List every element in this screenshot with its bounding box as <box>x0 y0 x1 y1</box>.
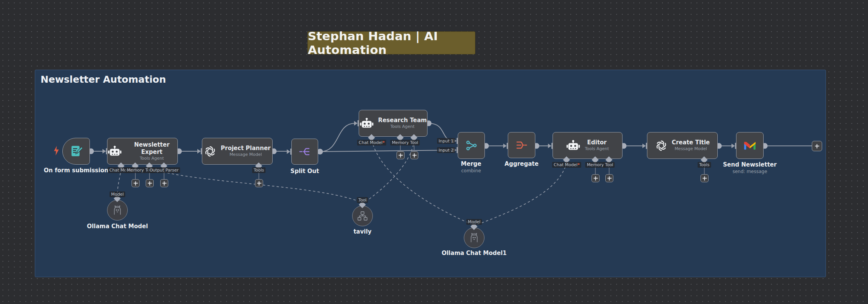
node-ollama-chat-model[interactable] <box>107 200 128 221</box>
node-label: Send Newsletter <box>723 161 777 168</box>
plus-icon <box>133 181 138 185</box>
node-sublabel: send: message <box>733 169 767 174</box>
node-project-planner[interactable]: Project Planner Message Model <box>202 138 273 165</box>
add-node-button[interactable] <box>592 174 600 182</box>
node-title: Newsletter Expert <box>126 141 177 156</box>
node-label: Merge <box>461 160 481 167</box>
node-label: Ollama Chat Model <box>87 223 148 230</box>
port-label: Memory <box>585 162 606 168</box>
port-label: Tools <box>697 162 711 168</box>
port-label: Output Parser <box>148 167 180 173</box>
dashed-connections <box>117 140 567 225</box>
port-label: Tool <box>603 162 614 168</box>
add-node-button[interactable] <box>146 179 154 187</box>
merge-input-label: Input 2 <box>437 147 455 153</box>
port-label: Memory <box>390 140 411 145</box>
llama-icon <box>112 205 122 216</box>
merge-icon <box>465 139 478 152</box>
node-merge[interactable] <box>458 132 485 159</box>
llama-icon <box>469 232 479 243</box>
form-submission-icon <box>70 145 83 158</box>
plus-icon <box>412 153 416 157</box>
node-subtitle: Tools Agent <box>585 146 609 152</box>
node-split-out[interactable] <box>291 139 318 165</box>
required-marker: * <box>577 162 580 167</box>
node-on-form-submission[interactable] <box>62 138 90 165</box>
plus-icon <box>607 176 611 180</box>
node-editor[interactable]: Editor Tools Agent <box>553 132 623 159</box>
node-tavily[interactable] <box>352 206 373 226</box>
node-aggregate[interactable] <box>508 132 535 158</box>
add-node-button[interactable] <box>255 179 263 187</box>
add-node-button[interactable] <box>132 179 140 187</box>
required-marker: * <box>382 140 385 145</box>
openai-icon <box>204 145 216 158</box>
add-node-button[interactable] <box>701 174 709 182</box>
node-label: tavily <box>353 228 371 235</box>
port-label: Model <box>109 191 125 197</box>
port-label: Tool <box>357 197 368 203</box>
trigger-lightning-icon <box>53 145 60 156</box>
robot-icon <box>359 118 374 129</box>
port-label: Memory <box>125 167 146 173</box>
add-node-button[interactable] <box>812 141 822 151</box>
node-create-title[interactable]: Create TItle Message Model <box>647 132 718 159</box>
add-node-button[interactable] <box>410 151 418 159</box>
openai-icon <box>655 139 668 152</box>
node-label: Split Out <box>291 168 319 175</box>
add-node-button[interactable] <box>160 179 168 187</box>
node-title: Research Team <box>378 117 427 124</box>
add-node-button[interactable] <box>605 174 613 182</box>
sitemap-icon <box>357 211 368 221</box>
plus-icon <box>593 176 598 180</box>
port-label: Tool <box>408 140 419 145</box>
robot-icon <box>107 145 122 157</box>
node-subtitle: Message Model <box>221 152 270 157</box>
port-label: Chat Model* <box>357 140 386 145</box>
node-research-team[interactable]: Research Team Tools Agent <box>359 110 427 137</box>
robot-icon <box>566 140 580 151</box>
port-label: Tools <box>252 167 265 173</box>
node-title: Project Planner <box>221 145 270 152</box>
node-subtitle: Tools Agent <box>126 156 177 161</box>
plus-icon <box>702 176 707 180</box>
node-label: Ollama Chat Model1 <box>442 250 507 257</box>
node-title: Editor <box>585 139 609 146</box>
node-label: Aggregate <box>505 160 539 167</box>
gmail-icon <box>743 141 756 150</box>
node-subtitle: Tools Agent <box>378 124 427 129</box>
split-out-icon <box>299 145 311 158</box>
node-sublabel: combine <box>461 168 481 173</box>
plus-icon <box>815 144 819 148</box>
port-label: Chat Model* <box>552 162 581 168</box>
plus-icon <box>257 181 261 185</box>
aggregate-icon <box>515 139 528 151</box>
node-subtitle: Message Model <box>672 146 710 152</box>
port-label: Model <box>466 219 482 225</box>
node-label: On form submission <box>44 167 109 174</box>
node-newsletter-expert[interactable]: Newsletter Expert Tools Agent <box>107 138 178 165</box>
node-ollama-chat-model1[interactable] <box>464 227 484 248</box>
merge-input-label: Input 1 <box>437 138 455 144</box>
plus-icon <box>398 153 403 157</box>
add-node-button[interactable] <box>397 151 405 159</box>
node-title: Create TItle <box>672 139 710 146</box>
plus-icon <box>162 181 166 185</box>
node-send-newsletter[interactable] <box>736 132 764 159</box>
plus-icon <box>148 181 152 185</box>
workflow-canvas[interactable]: Stephan Hadan | AI Automation Newsletter… <box>0 0 868 304</box>
